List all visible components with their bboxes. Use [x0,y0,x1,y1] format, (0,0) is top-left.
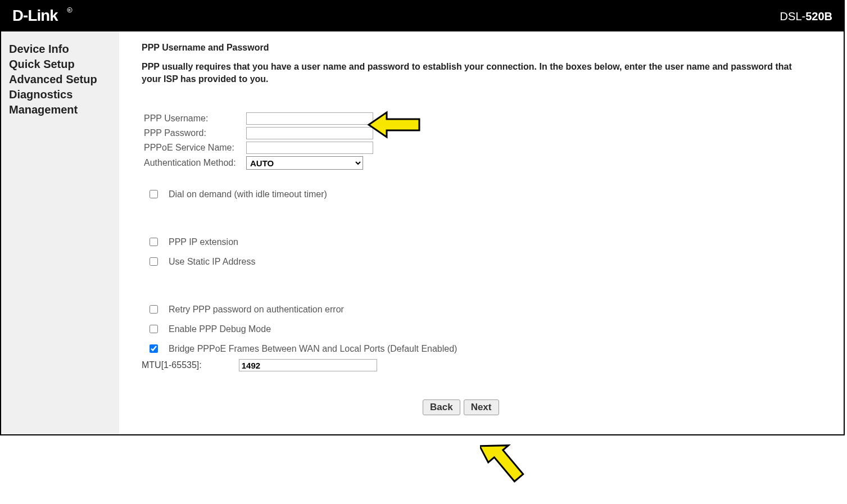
mtu-label: MTU[1-65535]: [142,360,202,370]
mtu-input[interactable] [239,359,377,371]
dial-on-demand-label: Dial on demand (with idle timeout timer) [169,189,327,199]
svg-marker-3 [369,112,419,137]
bridge-row: Bridge PPPoE Frames Between WAN and Loca… [147,343,832,355]
arrow-annotation-icon [480,428,531,435]
password-input[interactable] [246,127,373,139]
auth-method-label: Authentication Method: [143,156,244,170]
bridge-label: Bridge PPPoE Frames Between WAN and Loca… [169,344,457,354]
sidebar: Device Info Quick Setup Advanced Setup D… [1,31,119,434]
service-name-input[interactable] [246,142,373,154]
sidebar-item-diagnostics[interactable]: Diagnostics [9,87,114,102]
svg-text:R: R [69,8,71,12]
debug-label: Enable PPP Debug Mode [169,324,271,334]
dial-on-demand-checkbox[interactable] [150,190,158,198]
auth-method-select[interactable]: AUTO [246,156,363,170]
username-label: PPP Username: [143,112,244,125]
static-ip-checkbox[interactable] [150,257,158,266]
top-bar: D-Link R DSL-520B [1,1,844,31]
dial-on-demand-row: Dial on demand (with idle timeout timer) [147,188,832,200]
bridge-checkbox[interactable] [150,344,158,353]
ppp-ip-ext-row: PPP IP extension [147,236,832,248]
credentials-table: PPP Username: PPP Password: PPPoE Servic… [142,111,375,171]
static-ip-label: Use Static IP Address [169,257,255,267]
static-ip-row: Use Static IP Address [147,256,832,267]
debug-row: Enable PPP Debug Mode [147,323,832,335]
back-button[interactable]: Back [423,399,460,415]
ppp-ip-ext-checkbox[interactable] [150,238,158,246]
next-button[interactable]: Next [464,399,499,415]
page-title: PPP Username and Password [142,43,832,53]
password-label: PPP Password: [143,126,244,140]
retry-ppp-row: Retry PPP password on authentication err… [147,303,832,315]
svg-text:D-Link: D-Link [12,7,58,24]
intro-text: PPP usually requires that you have a use… [142,61,794,85]
retry-ppp-checkbox[interactable] [150,305,158,314]
sidebar-item-management[interactable]: Management [9,102,114,117]
model-label: DSL-520B [780,10,832,23]
sidebar-item-device-info[interactable]: Device Info [9,42,114,57]
sidebar-item-advanced-setup[interactable]: Advanced Setup [9,72,114,87]
svg-marker-4 [480,432,529,435]
arrow-annotation-icon [364,109,426,140]
ppp-ip-ext-label: PPP IP extension [169,237,238,247]
username-input[interactable] [246,112,373,125]
main-panel: PPP Username and Password PPP usually re… [119,31,844,434]
retry-ppp-label: Retry PPP password on authentication err… [169,305,344,315]
debug-checkbox[interactable] [150,325,158,333]
sidebar-item-quick-setup[interactable]: Quick Setup [9,57,114,72]
brand-logo: D-Link R [12,7,108,26]
service-name-label: PPPoE Service Name: [143,141,244,155]
